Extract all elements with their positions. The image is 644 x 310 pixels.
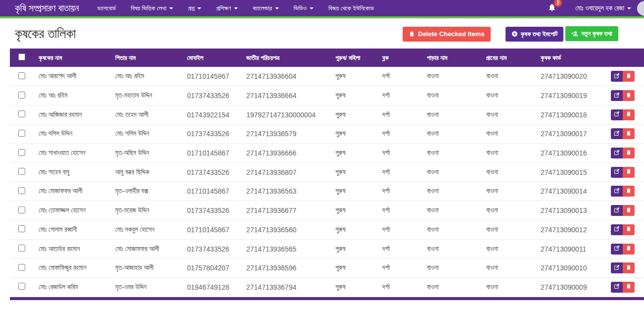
farmer-name-cell: মোঃ গোলাম রব্বানী (35, 220, 111, 240)
edit-icon (614, 283, 620, 291)
mobile-cell: 01946749128 (183, 278, 242, 297)
new-farmer-button[interactable]: নতুন কৃষক তথ্য (565, 26, 618, 41)
delete-button[interactable] (623, 244, 635, 255)
delete-button[interactable] (623, 71, 635, 82)
actions-cell (606, 124, 644, 144)
father-name-cell: মৃত-অছিম উদ্দিন (111, 144, 183, 163)
mobile-cell: 01737433526 (183, 239, 242, 258)
select-all-checkbox[interactable] (18, 53, 25, 60)
edit-button[interactable] (611, 109, 623, 120)
notification-count-badge: 2 (554, 0, 562, 7)
actions-cell (606, 278, 644, 297)
import-farmers-button[interactable]: কৃষক তথ্য ইমপোর্ট (506, 27, 564, 42)
delete-button[interactable] (623, 90, 635, 101)
edit-button[interactable] (611, 244, 623, 255)
table-row: মোঃ সাহেব বাবুআবু বক্কর ছিদ্দিক017374335… (10, 162, 644, 182)
nav-item-1[interactable]: বিষয় ভিত্তিক লেখা (123, 4, 181, 12)
delete-button[interactable] (623, 205, 635, 216)
plus-circle-icon (511, 31, 518, 37)
delete-button[interactable] (623, 128, 635, 139)
trash-icon (626, 226, 632, 233)
row-checkbox[interactable] (18, 92, 25, 99)
father-name-cell: মোঃ মকবুল হোসেন (111, 220, 183, 240)
mobile-cell: 01710145867 (183, 144, 242, 163)
edit-icon (614, 150, 620, 157)
actions-cell (606, 182, 644, 201)
gender-cell: পুরুষ (331, 86, 378, 105)
row-checkbox[interactable] (18, 187, 25, 194)
nid-cell: 2714713936579 (242, 124, 331, 144)
delete-button[interactable] (623, 186, 635, 197)
edit-button[interactable] (611, 205, 623, 216)
row-checkbox[interactable] (18, 225, 25, 232)
block-cell: দর্শা (378, 105, 423, 124)
row-checkbox-cell (10, 67, 35, 86)
row-checkbox[interactable] (18, 72, 25, 79)
table-row: মোঃ আরশেদ আলীমোঃ আঃ রহিম0171014586727147… (10, 67, 644, 86)
edit-button[interactable] (611, 128, 623, 139)
nav-item-5[interactable]: ভিডিও (286, 4, 321, 12)
row-checkbox[interactable] (18, 207, 25, 213)
village-name-cell: বাওনা (482, 239, 537, 258)
nid-cell: 2714713936794 (242, 278, 331, 297)
edit-icon (614, 207, 620, 214)
nav-item-6[interactable]: বিজয় থেকে ইউনিকোড (321, 4, 381, 12)
mobile-cell: 01743922154 (183, 105, 242, 124)
new-farmer-label: নতুন কৃষক তথ্য (581, 30, 612, 38)
row-checkbox[interactable] (18, 283, 25, 290)
village-name-cell: বাওনা (482, 220, 537, 240)
row-checkbox[interactable] (18, 130, 25, 137)
para-name-cell: বাওনা (423, 67, 482, 86)
edit-button[interactable] (611, 71, 623, 82)
para-name-cell: বাওনা (423, 278, 482, 297)
delete-button[interactable] (623, 109, 635, 120)
chevron-down-icon (310, 7, 314, 9)
nav-item-3[interactable]: প্রশিক্ষণ (209, 4, 245, 12)
farmer-name-cell: মোঃ আরশেদ আলী (35, 67, 111, 86)
father-name-cell: মৃত-ময়েজ উদ্দিন (111, 201, 183, 220)
edit-button[interactable] (611, 282, 623, 293)
notifications-button[interactable]: 2 (548, 3, 556, 14)
nid-cell: 197927147130000004 (242, 105, 331, 124)
edit-button[interactable] (611, 167, 623, 178)
delete-checked-button[interactable]: Delete Checked Items (403, 27, 490, 42)
para-name-cell: বাওনা (423, 258, 482, 278)
farmer-card-cell: 274713090019 (537, 86, 606, 105)
gender-cell: পুরুষ (331, 67, 378, 86)
delete-button[interactable] (623, 282, 635, 293)
user-menu[interactable]: মোঃ ওবায়েদুল হক রেজা (575, 1, 644, 16)
actions-cell (606, 144, 644, 163)
edit-button[interactable] (611, 90, 623, 101)
delete-button[interactable] (623, 262, 635, 273)
farmer-card-cell: 274713090014 (537, 182, 606, 201)
row-checkbox[interactable] (18, 168, 25, 175)
mobile-cell: 01737433526 (183, 86, 242, 105)
delete-button[interactable] (623, 167, 635, 178)
edit-button[interactable] (611, 224, 623, 235)
edit-button[interactable] (611, 186, 623, 197)
delete-button[interactable] (623, 148, 635, 158)
actions-cell (606, 258, 644, 278)
navbar: কৃষি সম্প্রসারণ বাতায়ন ড্যাশবোর্ডবিষয় … (0, 0, 644, 18)
edit-button[interactable] (611, 262, 623, 273)
app-logo[interactable]: কৃষি সম্প্রসারণ বাতায়ন (15, 3, 79, 14)
nid-cell: 2714713936560 (242, 220, 331, 240)
farmer-name-cell: মোঃ আঃ রহিম (35, 86, 111, 105)
row-checkbox[interactable] (18, 245, 25, 252)
farmer-name-cell: মোঃ মোস্তাফিজুর রহমান (35, 258, 111, 278)
row-checkbox[interactable] (18, 110, 25, 117)
row-checkbox[interactable] (18, 149, 25, 156)
farmer-name-cell: মোঃ মোজাফফর আলী (35, 182, 111, 201)
row-checkbox[interactable] (18, 264, 25, 271)
gender-cell: পুরুষ (331, 239, 378, 258)
edit-button[interactable] (611, 148, 623, 158)
block-cell: দর্শা (378, 201, 423, 220)
delete-button[interactable] (623, 224, 635, 235)
para-name-cell: বাওনা (423, 182, 482, 201)
chevron-down-icon (275, 7, 279, 9)
nav-item-4[interactable]: ক্যালেন্ডার (245, 4, 286, 12)
nav-item-0[interactable]: ড্যাশবোর্ড (90, 4, 123, 12)
block-cell: দর্শা (378, 86, 423, 105)
farmer-card-cell: 274713090016 (537, 144, 606, 163)
nav-item-2[interactable]: প্রশ্ন (181, 4, 209, 12)
